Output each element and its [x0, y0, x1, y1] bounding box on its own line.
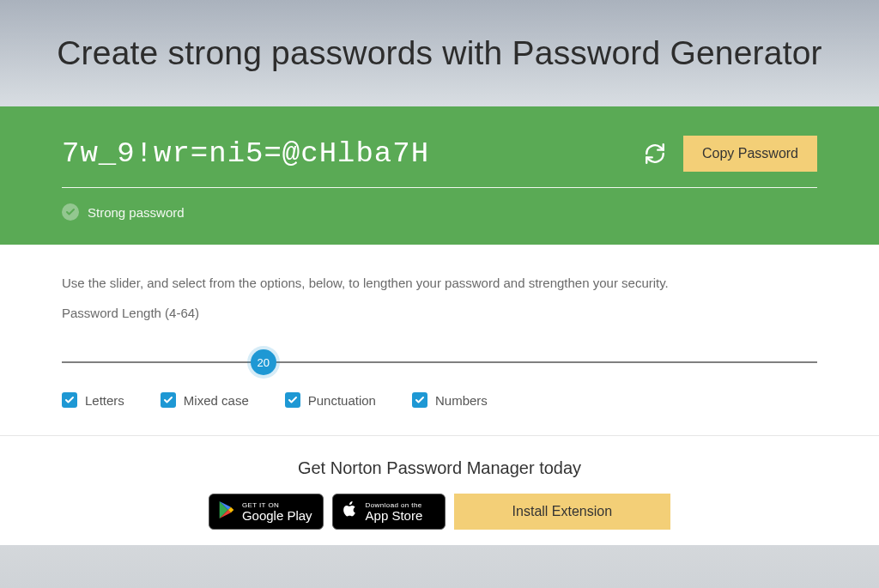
copy-password-button[interactable]: Copy Password	[683, 136, 817, 172]
google-play-text: GET IT ON Google Play	[242, 502, 312, 522]
app-store-line2: App Store	[366, 509, 423, 522]
checkbox-box-icon	[62, 392, 77, 408]
checkbox-box-icon	[285, 392, 300, 408]
checkbox-punct[interactable]: Punctuation	[285, 392, 376, 408]
refresh-icon[interactable]	[642, 141, 668, 167]
options-checkboxes: LettersMixed casePunctuationNumbers	[62, 392, 817, 408]
password-panel: 7w_9!wr=ni5=@cHlba7H Copy Password Stron…	[0, 106, 879, 245]
promo-section: Get Norton Password Manager today GET IT…	[0, 436, 879, 545]
checkbox-box-icon	[412, 392, 427, 408]
slider-thumb[interactable]: 20	[251, 349, 276, 375]
checkbox-mixed[interactable]: Mixed case	[161, 392, 249, 408]
password-row: 7w_9!wr=ni5=@cHlba7H Copy Password	[62, 136, 817, 172]
instruction-text: Use the slider, and select from the opti…	[62, 276, 817, 290]
page-title: Create strong passwords with Password Ge…	[0, 34, 879, 72]
hero-section: Create strong passwords with Password Ge…	[0, 0, 879, 106]
google-play-badge[interactable]: GET IT ON Google Play	[209, 494, 324, 530]
password-underline	[62, 187, 817, 188]
checkbox-box-icon	[161, 392, 176, 408]
app-store-badge[interactable]: Download on the App Store	[332, 494, 446, 530]
options-section: Use the slider, and select from the opti…	[0, 245, 879, 436]
strength-indicator: Strong password	[62, 203, 817, 221]
generated-password[interactable]: 7w_9!wr=ni5=@cHlba7H	[62, 137, 627, 170]
slider-value: 20	[257, 356, 269, 369]
apple-icon	[342, 500, 359, 523]
checkbox-label: Letters	[85, 393, 124, 408]
app-store-text: Download on the App Store	[366, 502, 423, 522]
checkbox-label: Punctuation	[308, 393, 376, 408]
check-circle-icon	[62, 203, 79, 221]
promo-title: Get Norton Password Manager today	[0, 458, 879, 478]
checkbox-label: Mixed case	[184, 393, 249, 408]
promo-row: GET IT ON Google Play Download on the Ap…	[0, 494, 879, 530]
strength-label: Strong password	[88, 205, 185, 220]
install-extension-button[interactable]: Install Extension	[454, 494, 671, 530]
checkbox-letters[interactable]: Letters	[62, 392, 124, 408]
checkbox-label: Numbers	[435, 393, 488, 408]
google-play-icon	[218, 500, 235, 523]
google-play-line2: Google Play	[242, 509, 312, 522]
length-label: Password Length (4-64)	[62, 306, 817, 320]
checkbox-numbers[interactable]: Numbers	[412, 392, 488, 408]
length-slider[interactable]: 20	[62, 361, 817, 363]
